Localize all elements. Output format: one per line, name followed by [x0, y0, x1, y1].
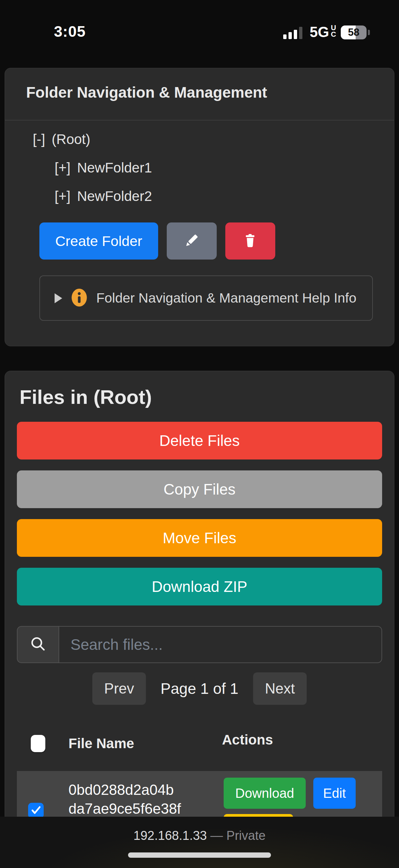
actions-column-header: Actions	[222, 732, 273, 748]
browser-bottom-bar: 192.168.1.33 — Private	[0, 817, 399, 868]
network-badge: U C	[331, 25, 336, 38]
expand-toggle[interactable]: [+]	[55, 160, 70, 176]
next-page-button[interactable]: Next	[253, 672, 307, 705]
checkmark-icon	[30, 804, 42, 817]
folder-tree: [-](Root) [+]NewFolder1 [+]NewFolder2	[5, 121, 394, 205]
battery-percent: 58	[341, 26, 367, 39]
info-icon	[71, 288, 87, 308]
tree-item-label[interactable]: NewFolder1	[77, 160, 152, 176]
create-folder-button[interactable]: Create Folder	[39, 222, 158, 259]
search-bar	[17, 626, 382, 663]
collapse-toggle[interactable]: [-]	[33, 131, 45, 147]
select-all-checkbox[interactable]	[31, 735, 45, 752]
file-table-header: File Name Actions	[17, 733, 382, 754]
home-indicator[interactable]	[128, 852, 271, 858]
folder-card-header: Folder Navigation & Management	[5, 68, 394, 121]
delete-folder-button[interactable]	[225, 222, 275, 259]
help-accordion[interactable]: Folder Navigation & Management Help Info	[39, 275, 373, 321]
tree-item-newfolder2[interactable]: [+]NewFolder2	[55, 188, 373, 205]
pencil-icon	[183, 232, 200, 250]
trash-icon	[241, 232, 259, 250]
row-checkbox-checked[interactable]	[28, 803, 44, 818]
copy-files-button[interactable]: Copy Files	[17, 470, 382, 508]
files-card: Files in (Root) Delete Files Copy Files …	[5, 371, 394, 868]
address-text[interactable]: 192.168.1.33	[133, 829, 207, 842]
disclosure-triangle-icon	[55, 293, 62, 303]
expand-toggle[interactable]: [+]	[55, 188, 70, 204]
tree-item-root[interactable]: [-](Root)	[33, 131, 373, 148]
rename-folder-button[interactable]	[167, 222, 217, 259]
search-input[interactable]	[59, 626, 382, 663]
folder-card-title: Folder Navigation & Management	[26, 84, 373, 101]
delete-files-button[interactable]: Delete Files	[17, 422, 382, 460]
move-files-button[interactable]: Move Files	[17, 519, 382, 557]
folder-navigation-card: Folder Navigation & Management [-](Root)…	[5, 68, 394, 346]
edit-file-button[interactable]: Edit	[313, 778, 356, 809]
files-card-title: Files in (Root)	[20, 386, 382, 408]
search-icon	[29, 634, 47, 654]
address-bar[interactable]: 192.168.1.33 — Private	[0, 817, 399, 843]
battery-nub	[368, 30, 370, 35]
search-button[interactable]	[17, 626, 59, 663]
tree-item-label[interactable]: NewFolder2	[77, 188, 152, 204]
pagination: Prev Page 1 of 1 Next	[17, 672, 382, 705]
status-bar: 3:05 5G U C 58	[0, 0, 399, 68]
help-label: Folder Navigation & Management Help Info	[96, 290, 356, 306]
private-mode-label: Private	[226, 829, 265, 842]
download-zip-button[interactable]: Download ZIP	[17, 568, 382, 606]
page-status: Page 1 of 1	[161, 680, 238, 698]
address-separator: —	[210, 829, 223, 842]
download-file-button[interactable]: Download	[224, 778, 306, 809]
signal-strength-icon	[283, 26, 302, 39]
file-name-column-header: File Name	[68, 736, 134, 751]
phone-screen: 3:05 5G U C 58 Folder Navigation & Manag…	[0, 0, 399, 868]
battery-icon: 58	[341, 26, 367, 39]
network-type-label: 5G	[310, 24, 329, 40]
tree-item-label[interactable]: (Root)	[52, 131, 90, 147]
folder-actions-row: Create Folder	[39, 222, 394, 259]
prev-page-button[interactable]: Prev	[92, 672, 146, 705]
tree-item-newfolder1[interactable]: [+]NewFolder1	[55, 160, 373, 176]
clock: 3:05	[54, 23, 86, 40]
